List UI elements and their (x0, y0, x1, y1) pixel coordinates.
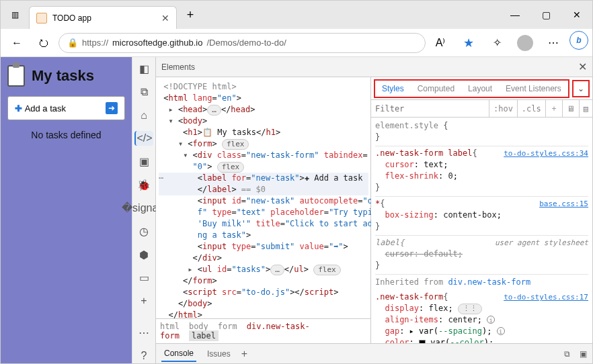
styles-pane: Styles Computed Layout Event Listeners ⌄… (371, 77, 592, 343)
performance-icon[interactable]: ◷ (134, 224, 153, 239)
dock-position-icon[interactable]: ◧ (134, 61, 153, 77)
avatar-icon (517, 35, 533, 51)
plus-icon: ✚ (15, 103, 25, 113)
issues-tab[interactable]: Issues (204, 347, 233, 361)
tab-layout[interactable]: Layout (461, 81, 499, 97)
tab-event-listeners[interactable]: Event Listeners (499, 81, 568, 97)
sources-icon[interactable]: 🐞 (134, 177, 153, 193)
tab-styles[interactable]: Styles (375, 81, 411, 97)
more-tabs-highlighted[interactable]: ⌄ (572, 80, 590, 97)
clipboard-icon (7, 65, 25, 87)
navbar: ← ⭮ 🔒 https://microsoftedge.github.io/De… (1, 29, 592, 57)
favorites-hub-icon[interactable]: ✧ (485, 31, 509, 55)
devtools-header: Elements ✕ (156, 57, 592, 77)
minimize-button[interactable]: ― (500, 1, 530, 29)
inherited-link[interactable]: div.new-task-form (448, 277, 530, 287)
address-bar[interactable]: 🔒 https://microsoftedge.github.io/Demos/… (58, 33, 426, 53)
welcome-icon[interactable]: ⌂ (134, 107, 153, 123)
browser-tab[interactable]: TODO app ✕ (29, 6, 177, 29)
devtools-panel: Elements ✕ <!DOCTYPE html> <html lang="e… (156, 57, 592, 363)
device-toolbar-icon[interactable]: ⧉ (134, 85, 153, 100)
device-styles-icon[interactable]: 🖥 (562, 100, 579, 117)
element-style-rule[interactable]: element.style (375, 121, 438, 130)
source-link[interactable]: base.css:15 (539, 198, 588, 210)
tab-computed[interactable]: Computed (411, 81, 461, 97)
source-link[interactable]: to-do-styles.css:34 (504, 148, 588, 159)
help-icon[interactable]: ? (134, 348, 153, 363)
back-button[interactable]: ← (5, 31, 29, 55)
drawer-settings-icon[interactable]: ⧉ (564, 349, 570, 359)
elements-panel-icon[interactable]: </> (134, 131, 153, 146)
new-tab-button[interactable]: + (180, 4, 201, 26)
tab-actions-icon[interactable]: ▥ (1, 1, 29, 29)
menu-button[interactable]: ⋯ (541, 31, 565, 55)
source-link[interactable]: to-do-styles.css:17 (504, 291, 588, 303)
maximize-button[interactable]: ▢ (530, 1, 561, 29)
network-icon[interactable]: �signals (134, 201, 153, 216)
panel-title: Elements (161, 62, 195, 72)
application-icon[interactable]: ▭ (134, 270, 153, 285)
window-controls: ― ▢ ✕ (500, 1, 592, 29)
breadcrumb[interactable]: htmlbodyformdiv.new-task-formlabel (156, 318, 370, 343)
hov-toggle[interactable]: :hov (489, 100, 517, 117)
more-tools-button[interactable]: + (134, 293, 153, 309)
toggle-computed-icon[interactable]: ▤ (579, 100, 592, 117)
empty-state: No tasks defined (7, 130, 125, 140)
profile-button[interactable] (513, 31, 537, 55)
favorite-icon[interactable]: ★ (457, 31, 481, 55)
url-prefix: https:// (82, 38, 108, 48)
page-content: My tasks ✚ Add a task ➜ No tasks defined (1, 57, 132, 363)
sidebar-tabs-highlighted: Styles Computed Layout Event Listeners (374, 79, 569, 98)
drawer-collapse-icon[interactable]: ▣ (580, 349, 587, 359)
new-style-button[interactable]: ＋ (545, 100, 562, 117)
page-heading: My tasks (7, 65, 125, 87)
devtools-close-icon[interactable]: ✕ (578, 60, 587, 73)
lock-icon: 🔒 (67, 38, 78, 48)
more-icon[interactable]: ⋯ (134, 325, 153, 340)
submit-icon: ➜ (106, 102, 118, 114)
console-tab[interactable]: Console (161, 346, 196, 362)
dom-tree[interactable]: <!DOCTYPE html> <html lang="en"> ▸ <head… (156, 77, 371, 318)
drawer-add-button[interactable]: + (241, 348, 247, 360)
console-drawer: Console Issues + ⧉ ▣ (156, 343, 592, 363)
close-window-button[interactable]: ✕ (561, 1, 592, 29)
console-icon[interactable]: ▣ (134, 154, 153, 169)
url-path: /Demos/demo-to-do/ (206, 38, 286, 48)
memory-icon[interactable]: ⬢ (134, 247, 153, 263)
add-task-label: Add a task (25, 103, 66, 113)
cls-toggle[interactable]: .cls (517, 100, 545, 117)
favicon-icon (36, 13, 47, 24)
devtools-activity-bar: ◧ ⧉ ⌂ </> ▣ 🐞 �signals ◷ ⬢ ▭ + ⋯ ? (132, 57, 156, 363)
refresh-button[interactable]: ⭮ (32, 31, 56, 55)
read-aloud-icon[interactable]: A⁾ (428, 31, 452, 55)
url-domain: microsoftedge.github.io (112, 38, 202, 48)
bing-icon[interactable]: b (569, 31, 588, 50)
styles-filter-input[interactable] (371, 104, 489, 113)
close-tab-icon[interactable]: ✕ (161, 13, 169, 24)
tab-title: TODO app (52, 13, 156, 23)
titlebar: ▥ TODO app ✕ + ― ▢ ✕ (1, 1, 592, 29)
add-task-button[interactable]: ✚ Add a task ➜ (7, 96, 125, 120)
